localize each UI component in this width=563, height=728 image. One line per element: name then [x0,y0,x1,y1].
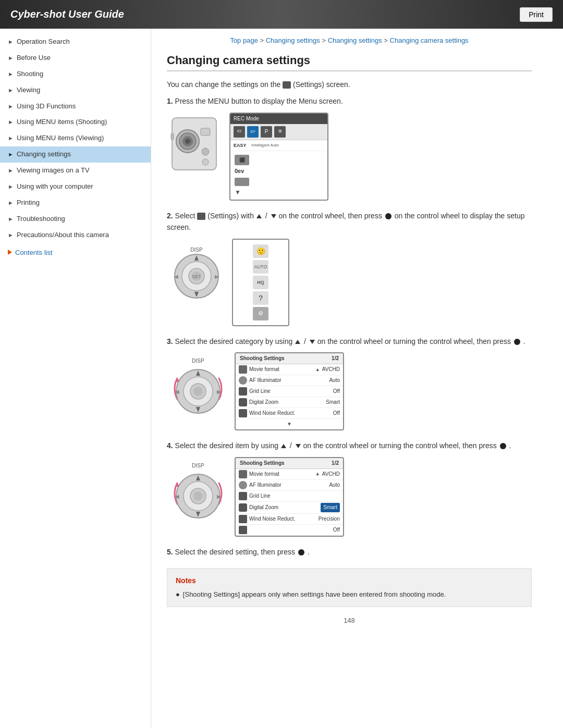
step-4-images: DISP ◀ ▶ Shooting Settings [167,457,532,537]
svg-rect-5 [201,128,210,135]
settings-screen-4: Shooting Settings 1/2 Movie format ▲ AVC… [235,457,344,537]
settings-row-icon-3-2 [239,376,247,385]
arrow-icon: ► [8,134,14,142]
print-button[interactable]: Print [520,7,553,22]
step-2-num: 2. [167,212,173,220]
circle-icon-4 [500,443,506,449]
sidebar-item-printing[interactable]: ► Printing [0,195,151,211]
breadcrumb-top[interactable]: Top page [230,36,258,44]
main-layout: ► Operation Search ► Before Use ► Shooti… [0,29,563,728]
breadcrumb-sep3: > [384,36,389,44]
grid-icon-box: ⊞ [274,126,286,138]
triangle-up-icon-2 [256,214,262,218]
sidebar-item-label: Before Use [17,54,51,63]
notes-item-1: [Shooting Settings] appears only when se… [176,589,523,600]
sidebar-item-menu-shooting[interactable]: ► Using MENU items (Shooting) [0,114,151,130]
circle-icon-5 [298,549,304,556]
settings-row-4-4: Digital Zoom Smart [236,502,343,514]
settings-val-4-1: AVCHD [322,470,340,478]
sidebar-item-menu-viewing[interactable]: ► Using MENU items (Viewing) [0,130,151,146]
down-arrow: ▼ [235,188,323,198]
breadcrumb-sep2: > [322,36,327,44]
sidebar-item-label: Viewing images on a TV [17,166,90,175]
control-wheel-3: DISP ◀ ▶ [167,352,229,425]
svg-point-4 [185,139,190,144]
settings-val-4-5: Precision [319,515,340,523]
breadcrumb-current[interactable]: Changing camera settings [390,36,469,44]
arrow-icon: ► [8,215,14,223]
settings-icon-inline-2 [197,213,205,220]
settings-row-icon-3-3 [239,387,247,396]
screen-body-icons: ⬛ 0ev ▼ [230,151,327,200]
settings-row-3-1: Movie format ▲ AVCHD [236,364,343,375]
svg-text:◀: ◀ [175,389,179,394]
settings-val-3-5: Off [333,409,340,417]
arrow-icon: ► [8,38,14,45]
sidebar-item-label: Using MENU items (Shooting) [17,118,107,127]
screen-mockup-2: 🙂 AUTO HQ ? ⚙ [232,239,289,326]
settings-label-4-2: AF Illuminator [249,481,327,489]
sidebar-item-label: Troubleshooting [17,215,65,224]
step-5-num: 5. [167,548,173,556]
settings-label-3-2: AF Illuminator [249,376,327,385]
step-3-images: DISP ◀ ▶ [167,352,532,430]
settings-label-3-4: Digital Zoom [249,398,324,406]
camera-active-icon-box: iO* [247,126,259,138]
sidebar-item-before-use[interactable]: ► Before Use [0,50,151,66]
step-2-header: 2. Select (Settings) with / on the contr… [167,210,532,233]
step-5-header: 5. Select the desired setting, then pres… [167,546,532,558]
page-number: 148 [167,615,532,626]
step-3: 3. Select the desired category by using … [167,336,532,430]
easy-row: EASY Intelligent Auto [230,140,327,151]
arrow-icon: ► [8,87,14,94]
svg-text:▶: ▶ [217,389,221,394]
sidebar-item-computer[interactable]: ► Using with your computer [0,179,151,195]
easy-label: EASY [234,142,247,149]
settings-title-4: Shooting Settings [240,459,285,467]
sidebar-item-3d-functions[interactable]: ► Using 3D Functions [0,98,151,115]
settings-val-3-1: AVCHD [322,365,340,374]
sidebar-item-label: Using with your computer [17,182,93,191]
triangle-down-icon-3 [310,340,315,344]
settings-title-bar-3: Shooting Settings 1/2 [236,353,343,364]
smiley-icon: 🙂 [253,244,268,258]
svg-text:DISP: DISP [192,463,204,468]
ev-value: 0ev [235,167,323,176]
sidebar-item-shooting[interactable]: ► Shooting [0,66,151,82]
svg-text:◀: ◀ [175,493,179,499]
sidebar-item-precautions[interactable]: ► Precautions/About this camera [0,227,151,243]
sidebar-item-operation-search[interactable]: ► Operation Search [0,34,151,50]
sidebar-item-viewing[interactable]: ► Viewing [0,82,151,98]
breadcrumb-changing1[interactable]: Changing settings [266,36,320,44]
step-4-header: 4. Select the desired item by using / on… [167,440,532,451]
settings-row-3-2: AF Illuminator Auto [236,375,343,386]
control-wheel-2: DISP ◀ ▶ SET [167,239,227,309]
settings-title-3: Shooting Settings [240,354,285,363]
arrow-icon: ► [8,231,14,239]
triangle-up-icon-4 [281,444,286,448]
settings-row-3-3: Grid Line Off [236,386,343,397]
svg-text:DISP: DISP [190,247,203,253]
breadcrumb-changing2[interactable]: Changing settings [328,36,382,44]
sidebar-item-troubleshooting[interactable]: ► Troubleshooting [0,211,151,227]
arrow-icon: ► [8,151,14,158]
settings-row-4-6: Off [236,525,343,536]
arrow-icon: ► [8,70,14,78]
film-icon: ⬛ [235,155,249,165]
screen-mockup-1: REC Mode iO iO* P ⊞ EASY Intelligent Aut… [229,113,328,201]
settings-label-4-4: Digital Zoom [249,503,319,512]
settings-val-3-3: Off [333,387,340,396]
sidebar-item-changing-settings[interactable]: ► Changing settings [0,146,151,163]
triangle-down-icon-4 [296,444,301,448]
settings-val-4-2: Auto [329,481,340,489]
sidebar-item-tv[interactable]: ► Viewing images on a TV [0,163,151,179]
contents-list-link[interactable]: Contents list [0,243,151,262]
settings-row-icon-4-5 [239,515,247,523]
svg-text:DISP: DISP [192,358,204,364]
settings-page-3: 1/2 [332,354,339,363]
slash-4: / [290,441,292,450]
settings-row-icon-4-6 [239,526,247,534]
settings-row-icon-3-5 [239,409,247,417]
sidebar-item-label: Viewing [17,86,40,95]
page-title: Changing camera settings [167,54,532,71]
